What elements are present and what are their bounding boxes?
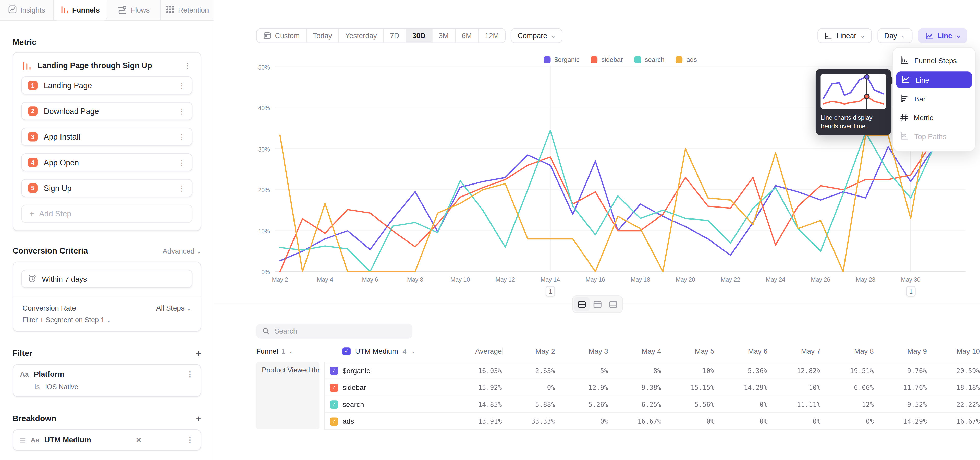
date-range-custom[interactable]: Custom xyxy=(257,29,307,43)
scale-dropdown[interactable]: Linear ⌄ xyxy=(818,28,872,43)
filter-property[interactable]: Platform xyxy=(34,370,64,379)
funnel-metric-name: Landing Page through Sign Up xyxy=(38,61,152,70)
tab-flows[interactable]: Flows xyxy=(107,0,161,20)
average-column-header[interactable]: Average xyxy=(461,347,502,355)
menu-item-funnel-steps[interactable]: Funnel Steps xyxy=(893,51,975,70)
granularity-dropdown[interactable]: Day ⌄ xyxy=(877,28,912,43)
search-icon xyxy=(262,327,269,335)
table-only-view-toggle[interactable] xyxy=(605,297,620,311)
table-row-ads[interactable]: ✓ads13.91%33.33%0%16.67%0%0%0%0%14.29%16… xyxy=(325,413,980,430)
chevron-down-icon: ⌄ xyxy=(411,348,415,354)
day-column-header[interactable]: May 9 xyxy=(874,347,927,355)
chart-type-dropdown[interactable]: Line ⌄ xyxy=(918,28,967,43)
row-value: 0% xyxy=(661,417,714,425)
day-column-header[interactable]: May 5 xyxy=(661,347,714,355)
row-name: search xyxy=(342,401,364,408)
filter-operator[interactable]: Is xyxy=(35,383,40,390)
funnel-step-1[interactable]: 1Landing Page⋮ xyxy=(21,77,192,94)
chart-only-view-toggle[interactable] xyxy=(589,297,605,311)
legend-item-search[interactable]: search xyxy=(634,56,665,63)
date-range-7d[interactable]: 7D xyxy=(384,29,406,43)
add-filter-button[interactable]: + xyxy=(196,348,201,359)
menu-item-top-paths: Top Paths xyxy=(893,127,975,146)
day-column-header[interactable]: May 8 xyxy=(821,347,874,355)
step-kebab-icon[interactable]: ⋮ xyxy=(178,159,186,166)
split-view-toggle[interactable] xyxy=(574,297,589,311)
row-value: 0% xyxy=(714,417,767,425)
remove-breakdown-icon[interactable]: ✕ xyxy=(136,436,142,444)
menu-item-bar[interactable]: Bar xyxy=(893,89,975,108)
metric-icon xyxy=(900,113,908,122)
tab-funnels[interactable]: Funnels xyxy=(54,0,107,21)
step-kebab-icon[interactable]: ⋮ xyxy=(178,133,186,140)
flows-icon xyxy=(118,5,127,15)
legend-item-ads[interactable]: ads xyxy=(676,56,697,63)
day-column-header[interactable]: May 4 xyxy=(608,347,661,355)
legend-item-organic[interactable]: $organic xyxy=(544,56,579,63)
day-column-header[interactable]: May 10 xyxy=(927,347,980,355)
table-row-sidebar[interactable]: ✓sidebar15.92%0%12.9%9.38%15.15%14.29%10… xyxy=(325,379,980,396)
filter-kebab-icon[interactable]: ⋮ xyxy=(186,371,194,378)
conversion-window-button[interactable]: Within 7 days xyxy=(21,270,192,288)
table-row-search[interactable]: ✓search14.85%5.88%5.26%6.25%5.56%0%11.11… xyxy=(325,396,980,413)
tab-insights[interactable]: Insights xyxy=(0,0,54,20)
chart-legend: $organicsidebarsearchads xyxy=(275,56,966,63)
search-input[interactable] xyxy=(274,327,406,335)
menu-item-line[interactable]: Line xyxy=(896,71,972,88)
filter-value[interactable]: iOS Native xyxy=(45,383,78,390)
step-kebab-icon[interactable]: ⋮ xyxy=(178,184,186,192)
conversion-rate-dropdown[interactable]: All Steps ⌄ xyxy=(156,304,191,311)
x-axis-label: May 2 xyxy=(262,276,298,283)
date-range-30d[interactable]: 30D xyxy=(406,29,432,43)
add-step-button[interactable]: + Add Step xyxy=(21,205,192,223)
menu-item-metric[interactable]: Metric xyxy=(893,109,975,127)
date-range-today[interactable]: Today xyxy=(307,29,339,43)
funnel-step-5[interactable]: 5Sign Up⋮ xyxy=(21,179,192,197)
row-checkbox[interactable]: ✓ xyxy=(330,366,338,375)
step-kebab-icon[interactable]: ⋮ xyxy=(178,82,186,89)
date-range-6m[interactable]: 6M xyxy=(455,29,479,43)
row-value: 20.59% xyxy=(927,367,980,374)
drag-handle-icon[interactable]: ☰ xyxy=(20,436,25,443)
y-axis-label: 20% xyxy=(245,187,270,193)
breakdown-kebab-icon[interactable]: ⋮ xyxy=(186,436,194,444)
table-search xyxy=(256,324,412,339)
tab-retention[interactable]: Retention xyxy=(161,0,214,20)
advanced-dropdown[interactable]: Advanced ⌄ xyxy=(162,247,201,254)
row-checkbox[interactable]: ✓ xyxy=(330,417,338,425)
compare-button[interactable]: Compare ⌄ xyxy=(511,28,563,43)
calendar-icon xyxy=(263,31,271,40)
row-checkbox[interactable]: ✓ xyxy=(330,383,338,391)
legend-item-sidebar[interactable]: sidebar xyxy=(591,56,623,63)
date-range-12m[interactable]: 12M xyxy=(479,29,505,43)
annotation-badge[interactable]: 1 xyxy=(546,286,555,297)
row-value: 16.67% xyxy=(608,417,661,425)
funnel-step-3[interactable]: 3App Install⋮ xyxy=(21,128,192,146)
row-value: 16.67% xyxy=(927,417,980,425)
row-checkbox[interactable]: ✓ xyxy=(330,400,338,408)
annotation-badge[interactable]: 1 xyxy=(906,286,916,297)
breakdown-column-header[interactable]: ✓ UTM Medium4⌄ xyxy=(342,347,461,355)
date-range-3m[interactable]: 3M xyxy=(432,29,455,43)
funnel-column-header[interactable]: Funnel1⌄ xyxy=(256,347,342,355)
funnel-metric-header[interactable]: Landing Page through Sign Up ⋮ xyxy=(21,59,192,77)
add-breakdown-button[interactable]: + xyxy=(196,413,201,424)
table-row-organic[interactable]: ✓$organic16.03%2.63%5%8%10%5.36%12.82%19… xyxy=(325,363,980,379)
day-column-header[interactable]: May 7 xyxy=(767,347,821,355)
row-value: 5% xyxy=(555,367,608,374)
funnel-step-4[interactable]: 4App Open⋮ xyxy=(21,153,192,171)
funnel-kebab-icon[interactable]: ⋮ xyxy=(184,62,191,69)
step-kebab-icon[interactable]: ⋮ xyxy=(178,107,186,115)
funnel-name-cell[interactable]: Product Viewed through P… xyxy=(256,362,319,429)
funnel-step-2[interactable]: 2Download Page⋮ xyxy=(21,102,192,120)
y-axis-label: 0% xyxy=(245,268,270,275)
day-column-header[interactable]: May 6 xyxy=(714,347,767,355)
day-column-header[interactable]: May 2 xyxy=(502,347,555,355)
filter-segment-dropdown[interactable]: Filter + Segment on Step 1 ⌄ xyxy=(21,312,192,331)
line-chart-tooltip: Line charts display trends over time. xyxy=(816,69,891,135)
checkbox-checked-icon[interactable]: ✓ xyxy=(342,347,351,355)
date-range-yesterday[interactable]: Yesterday xyxy=(339,29,384,43)
day-column-header[interactable]: May 3 xyxy=(555,347,608,355)
insights-icon xyxy=(8,5,17,15)
breakdown-property[interactable]: UTM Medium xyxy=(45,436,91,444)
